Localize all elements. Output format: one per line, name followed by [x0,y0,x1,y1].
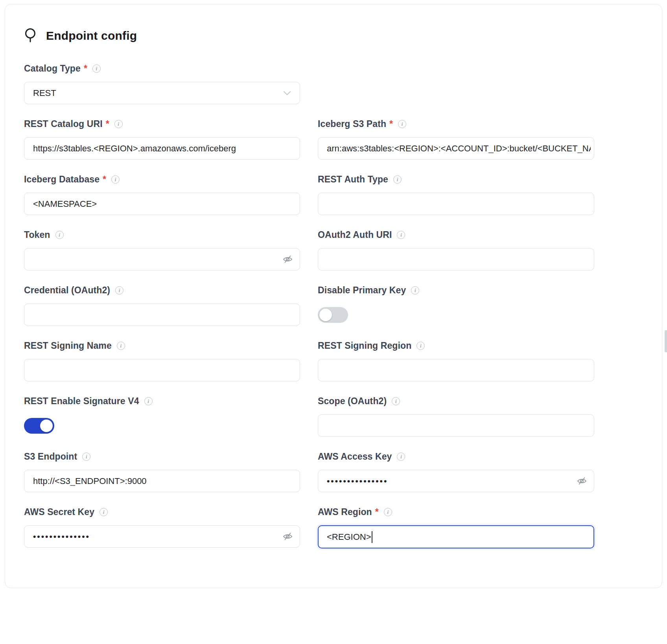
rest-enable-signature-v4-label: REST Enable Signature V4 [24,396,139,407]
chevron-down-icon [283,91,291,96]
field-aws-access-key: AWS Access Key i [318,451,594,492]
aws-region-input[interactable]: <REGION> [318,525,594,548]
aws-secret-key-input[interactable] [24,525,300,548]
required-marker: * [106,119,109,129]
info-icon[interactable]: i [397,231,405,239]
token-input[interactable] [24,248,300,270]
iceberg-s3-path-label: Iceberg S3 Path [318,119,386,129]
info-icon[interactable]: i [393,175,402,184]
page-title: Endpoint config [46,29,137,42]
info-icon[interactable]: i [392,397,400,405]
aws-region-label: AWS Region [318,507,372,517]
rest-signing-region-input[interactable] [318,359,594,381]
catalog-type-selected-value: REST [33,88,56,98]
toggle-knob [40,420,53,432]
info-icon[interactable]: i [384,508,392,516]
rest-signing-name-input[interactable] [24,359,300,381]
oauth2-auth-uri-input[interactable] [318,248,594,270]
field-oauth2-auth-uri: OAuth2 Auth URI i [318,230,594,270]
field-token: Token i [24,230,300,270]
rest-signing-region-label: REST Signing Region [318,340,411,351]
catalog-type-label: Catalog Type [24,63,81,74]
text-cursor [372,531,372,543]
disable-primary-key-label: Disable Primary Key [318,285,406,296]
field-rest-catalog-uri: REST Catalog URI * i [24,119,300,160]
rest-signing-name-label: REST Signing Name [24,340,112,351]
eye-invisible-icon[interactable] [282,531,293,542]
iceberg-s3-path-input[interactable] [318,137,594,160]
catalog-type-select[interactable]: REST [24,82,300,104]
field-disable-primary-key: Disable Primary Key i [318,285,594,326]
field-rest-signing-region: REST Signing Region i [318,340,594,381]
section-header: Endpoint config [24,27,593,44]
rest-auth-type-input[interactable] [318,193,594,215]
eye-invisible-icon[interactable] [576,476,587,487]
info-icon[interactable]: i [99,508,108,516]
rest-auth-type-label: REST Auth Type [318,174,388,185]
scrollbar-thumb[interactable] [665,330,667,352]
disable-primary-key-toggle[interactable] [318,307,348,323]
field-credential-oauth2: Credential (OAuth2) i [24,285,300,326]
endpoint-config-card: Endpoint config Catalog Type * i REST [5,4,662,588]
empty-cell [318,63,594,104]
required-marker: * [389,119,393,129]
info-icon[interactable]: i [397,453,405,461]
info-icon[interactable]: i [115,286,123,294]
s3-endpoint-label: S3 Endpoint [24,451,77,462]
info-icon[interactable]: i [416,342,425,350]
info-icon[interactable]: i [114,120,123,128]
field-aws-region: AWS Region * i <REGION> [318,507,594,548]
field-catalog-type: Catalog Type * i REST [24,63,300,104]
iceberg-database-input[interactable] [24,193,300,215]
aws-access-key-label: AWS Access Key [318,451,392,462]
field-scope-oauth2: Scope (OAuth2) i [318,396,594,437]
aws-secret-key-label: AWS Secret Key [24,507,94,517]
credential-oauth2-input[interactable] [24,304,300,326]
info-icon[interactable]: i [144,397,153,405]
info-icon[interactable]: i [111,175,120,184]
iceberg-database-label: Iceberg Database [24,174,99,185]
rest-catalog-uri-input[interactable] [24,137,300,160]
field-rest-enable-signature-v4: REST Enable Signature V4 i [24,396,300,437]
info-icon[interactable]: i [411,286,419,294]
oauth2-auth-uri-label: OAuth2 Auth URI [318,230,392,240]
info-icon[interactable]: i [82,453,90,461]
info-icon[interactable]: i [92,64,101,73]
required-marker: * [84,63,87,74]
s3-endpoint-input[interactable] [24,470,300,492]
aws-access-key-input[interactable] [318,470,594,492]
credential-oauth2-label: Credential (OAuth2) [24,285,110,296]
field-iceberg-database: Iceberg Database * i [24,174,300,215]
required-marker: * [103,174,106,185]
required-marker: * [375,507,379,517]
info-icon[interactable]: i [117,342,125,350]
scope-oauth2-label: Scope (OAuth2) [318,396,387,407]
toggle-knob [319,309,332,321]
field-rest-signing-name: REST Signing Name i [24,340,300,381]
form-grid: Catalog Type * i REST REST Catalog URI *… [24,63,593,548]
rest-enable-signature-v4-toggle[interactable] [24,418,54,434]
field-aws-secret-key: AWS Secret Key i [24,507,300,548]
rest-catalog-uri-label: REST Catalog URI [24,119,103,129]
info-icon[interactable]: i [398,120,406,128]
info-icon[interactable]: i [55,231,64,239]
field-iceberg-s3-path: Iceberg S3 Path * i [318,119,594,160]
eye-invisible-icon[interactable] [282,254,293,265]
aws-region-value: <REGION> [327,532,371,542]
scope-oauth2-input[interactable] [318,414,594,437]
field-s3-endpoint: S3 Endpoint i [24,451,300,492]
token-label: Token [24,230,50,240]
field-rest-auth-type: REST Auth Type i [318,174,594,215]
pin-icon [24,27,37,44]
